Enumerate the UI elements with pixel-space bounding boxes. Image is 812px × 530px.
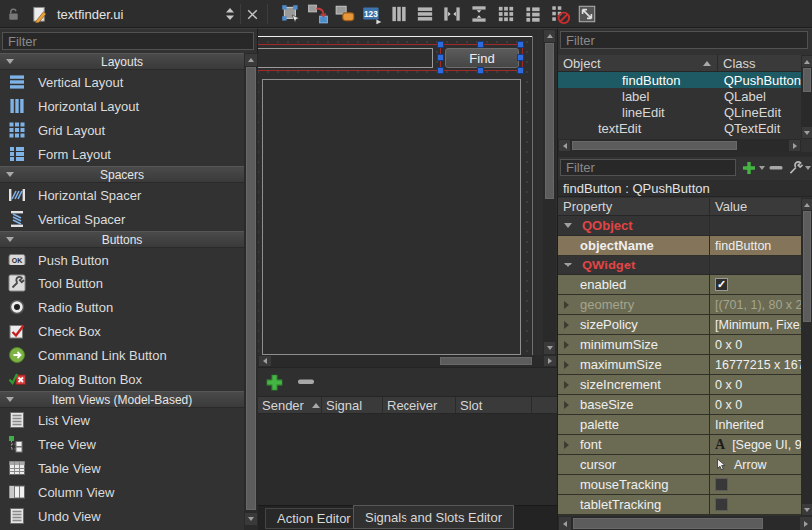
property-value-cell[interactable]: findButton — [710, 236, 801, 255]
scrollbar-thumb[interactable] — [803, 68, 811, 92]
add-dynamic-property-button[interactable] — [740, 158, 766, 177]
scrollbar-thumb[interactable] — [545, 43, 554, 199]
property-row-objectname[interactable]: objectNamefindButton — [558, 236, 801, 256]
column-header-sender[interactable]: Sender — [258, 397, 322, 413]
adjust-size-icon[interactable] — [576, 3, 598, 25]
scrollbar-thumb[interactable] — [572, 141, 737, 150]
checkbox-unchecked-icon[interactable] — [715, 478, 728, 491]
object-inspector-hscrollbar[interactable] — [558, 139, 801, 152]
scroll-left-button[interactable] — [259, 356, 271, 366]
selection-handle[interactable] — [517, 67, 524, 74]
document-tab[interactable]: textfinder.ui — [0, 0, 272, 28]
document-switcher-icon[interactable] — [224, 6, 236, 22]
expand-icon[interactable] — [564, 361, 569, 369]
checkbox-checked-icon[interactable]: ✓ — [715, 278, 728, 291]
scroll-up-button[interactable] — [245, 54, 257, 66]
object-inspector-vscrollbar[interactable] — [801, 55, 812, 139]
connection-table-header[interactable]: Sender Signal Receiver Slot — [258, 396, 557, 414]
tab-action-editor[interactable]: Action Editor — [265, 508, 363, 529]
object-inspector-filter-input[interactable] — [560, 31, 808, 49]
column-header-object[interactable]: Object — [558, 55, 718, 71]
widget-item-undo-view[interactable]: Undo View — [0, 504, 244, 528]
property-value-cell[interactable]: 0 x 0 — [710, 375, 801, 394]
scroll-up-button[interactable] — [544, 30, 555, 42]
property-row-mousetracking[interactable]: mouseTracking — [558, 475, 801, 495]
property-row-tablettracking[interactable]: tabletTracking — [558, 495, 801, 515]
section-header-layouts[interactable]: Layouts — [0, 53, 244, 70]
scroll-left-button[interactable] — [559, 140, 570, 151]
layout-form-icon[interactable] — [522, 3, 544, 25]
object-row-lineEdit[interactable]: lineEditQLineEdit — [558, 104, 801, 120]
widget-item-horizontal-layout[interactable]: Horizontal Layout — [0, 94, 244, 118]
widget-box-scrollbar[interactable] — [244, 53, 258, 530]
expand-icon[interactable] — [564, 381, 569, 389]
layout-grid-icon[interactable] — [495, 3, 517, 25]
widget-item-check-box[interactable]: Check Box — [0, 319, 244, 343]
selection-handle[interactable] — [517, 54, 524, 61]
scrollbar-thumb[interactable] — [573, 518, 763, 529]
layout-vertical-splitter-icon[interactable] — [468, 3, 490, 25]
property-row-cursor[interactable]: cursorArrow — [558, 455, 801, 475]
add-connection-button[interactable] — [264, 372, 285, 393]
scroll-down-button[interactable] — [802, 127, 812, 138]
scroll-down-button[interactable] — [544, 342, 555, 354]
scrollbar-thumb[interactable] — [803, 211, 811, 322]
property-value-cell[interactable]: A[Segoe UI, 9] — [710, 435, 801, 454]
widget-box-filter-input[interactable] — [2, 32, 254, 50]
column-header-signal[interactable]: Signal — [322, 397, 383, 413]
selection-handle[interactable] — [477, 67, 484, 74]
tab-signals-and-slots-editor[interactable]: Signals and Slots Editor — [353, 505, 514, 529]
section-header-item-views-model-based[interactable]: Item Views (Model-Based) — [0, 391, 244, 408]
scroll-down-button[interactable] — [802, 504, 812, 515]
remove-connection-button[interactable] — [297, 378, 316, 386]
widget-item-vertical-layout[interactable]: Vertical Layout — [0, 70, 244, 94]
property-row-enabled[interactable]: enabled✓ — [558, 275, 801, 295]
edit-widgets-icon[interactable] — [280, 3, 302, 25]
property-row-sizeincrement[interactable]: sizeIncrement0 x 0 — [558, 375, 801, 395]
column-header-property[interactable]: Property — [558, 198, 710, 215]
property-value-cell[interactable]: Arrow — [710, 455, 801, 474]
break-layout-icon[interactable] — [549, 3, 571, 25]
scroll-up-button[interactable] — [802, 56, 812, 67]
property-row-palette[interactable]: paletteInherited — [558, 415, 801, 435]
widget-item-vertical-spacer[interactable]: Vertical Spacer — [0, 207, 244, 231]
property-row-maximumsize[interactable]: maximumSize16777215 x 1677.. — [558, 355, 801, 375]
column-header-receiver[interactable]: Receiver — [383, 397, 456, 413]
selection-handle[interactable] — [437, 67, 444, 74]
widget-item-grid-layout[interactable]: Grid Layout — [0, 118, 244, 142]
expand-icon[interactable] — [564, 321, 569, 329]
column-header-slot[interactable]: Slot — [456, 397, 532, 413]
text-edit-widget[interactable] — [262, 79, 521, 355]
property-row-sizepolicy[interactable]: sizePolicy[Minimum, Fixe.. — [558, 315, 801, 335]
property-row-geometry[interactable]: geometry[(701, 1), 80 x 24] — [558, 295, 801, 315]
expand-icon[interactable] — [564, 301, 569, 309]
expand-icon[interactable] — [564, 401, 569, 409]
widget-item-tree-view[interactable]: Tree View — [0, 432, 244, 456]
expand-icon[interactable] — [564, 441, 569, 449]
widget-item-radio-button[interactable]: Radio Button — [0, 295, 244, 319]
property-editor-header[interactable]: Property Value — [558, 198, 801, 216]
widget-item-list-view[interactable]: List View — [0, 408, 244, 432]
widget-item-push-button[interactable]: OKPush Button — [0, 248, 244, 271]
canvas-vertical-scrollbar[interactable] — [543, 29, 556, 355]
property-value-cell[interactable]: 0 x 0 — [710, 335, 801, 354]
widget-item-column-view[interactable]: Column View — [0, 480, 244, 504]
property-value-cell[interactable]: [(701, 1), 80 x 24] — [710, 295, 801, 314]
remove-dynamic-property-button[interactable] — [767, 158, 784, 177]
scroll-right-button[interactable] — [800, 517, 812, 530]
form-canvas[interactable]: Find — [258, 29, 557, 355]
selection-handle[interactable] — [437, 41, 444, 48]
selection-handle[interactable] — [517, 41, 524, 48]
property-value-cell[interactable] — [710, 475, 801, 494]
property-group-qwidget[interactable]: QWidget — [558, 256, 801, 275]
property-filter-input[interactable] — [560, 159, 736, 176]
section-header-buttons[interactable]: Buttons — [0, 231, 244, 248]
property-editor-vscrollbar[interactable] — [801, 198, 812, 516]
layout-horizontal-splitter-icon[interactable] — [441, 3, 463, 25]
widget-item-form-layout[interactable]: Form Layout — [0, 142, 244, 166]
property-value-cell[interactable] — [710, 495, 801, 514]
column-header-value[interactable]: Value — [710, 198, 801, 215]
property-value-cell[interactable]: Inherited — [710, 415, 801, 434]
scroll-left-button[interactable] — [559, 517, 571, 530]
selection-handle[interactable] — [437, 54, 444, 61]
